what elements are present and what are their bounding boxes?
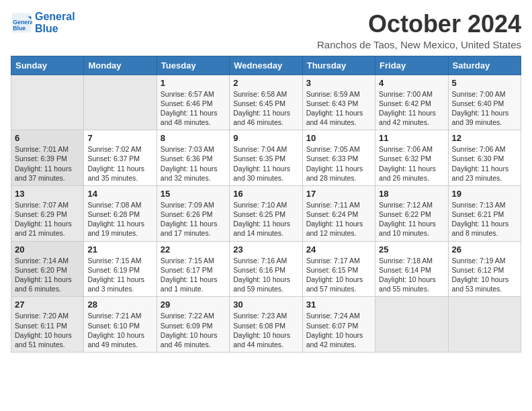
day-info: Sunrise: 7:17 AM Sunset: 6:15 PM Dayligh…: [306, 256, 371, 294]
day-info: Sunrise: 7:13 AM Sunset: 6:21 PM Dayligh…: [452, 200, 517, 238]
weekday-header-friday: Friday: [375, 56, 448, 75]
calendar-cell: 31Sunrise: 7:24 AM Sunset: 6:07 PM Dayli…: [302, 297, 375, 353]
calendar-cell: 4Sunrise: 7:00 AM Sunset: 6:42 PM Daylig…: [375, 75, 448, 130]
calendar-week-1: 1Sunrise: 6:57 AM Sunset: 6:46 PM Daylig…: [11, 75, 521, 130]
calendar-cell: 16Sunrise: 7:10 AM Sunset: 6:25 PM Dayli…: [230, 185, 302, 241]
calendar-cell: 25Sunrise: 7:18 AM Sunset: 6:14 PM Dayli…: [375, 241, 448, 297]
day-info: Sunrise: 7:11 AM Sunset: 6:24 PM Dayligh…: [306, 200, 371, 238]
day-info: Sunrise: 7:03 AM Sunset: 6:36 PM Dayligh…: [161, 144, 226, 183]
calendar-cell: 28Sunrise: 7:21 AM Sunset: 6:10 PM Dayli…: [84, 297, 157, 353]
calendar-cell: [448, 297, 521, 353]
day-info: Sunrise: 7:18 AM Sunset: 6:14 PM Dayligh…: [379, 256, 444, 294]
svg-text:Blue: Blue: [13, 26, 26, 32]
day-number: 14: [87, 189, 152, 199]
day-number: 28: [87, 300, 152, 310]
calendar-cell: 2Sunrise: 6:58 AM Sunset: 6:45 PM Daylig…: [230, 75, 302, 130]
day-number: 17: [306, 189, 371, 199]
day-info: Sunrise: 7:20 AM Sunset: 6:11 PM Dayligh…: [15, 311, 80, 349]
calendar-cell: 7Sunrise: 7:02 AM Sunset: 6:37 PM Daylig…: [84, 130, 157, 186]
calendar-cell: 9Sunrise: 7:04 AM Sunset: 6:35 PM Daylig…: [230, 130, 302, 186]
day-info: Sunrise: 7:15 AM Sunset: 6:17 PM Dayligh…: [161, 256, 226, 294]
day-info: Sunrise: 6:59 AM Sunset: 6:43 PM Dayligh…: [306, 89, 371, 128]
calendar-cell: 15Sunrise: 7:09 AM Sunset: 6:26 PM Dayli…: [157, 185, 229, 241]
calendar-cell: 17Sunrise: 7:11 AM Sunset: 6:24 PM Dayli…: [302, 185, 375, 241]
day-info: Sunrise: 7:04 AM Sunset: 6:35 PM Dayligh…: [233, 144, 298, 183]
calendar-week-4: 20Sunrise: 7:14 AM Sunset: 6:20 PM Dayli…: [11, 241, 521, 297]
day-number: 29: [161, 300, 226, 310]
calendar-cell: 10Sunrise: 7:05 AM Sunset: 6:33 PM Dayli…: [302, 130, 375, 186]
day-info: Sunrise: 7:01 AM Sunset: 6:39 PM Dayligh…: [15, 144, 80, 183]
calendar-cell: 11Sunrise: 7:06 AM Sunset: 6:32 PM Dayli…: [375, 130, 448, 186]
calendar-cell: 14Sunrise: 7:08 AM Sunset: 6:28 PM Dayli…: [84, 185, 157, 241]
calendar-cell: 12Sunrise: 7:06 AM Sunset: 6:30 PM Dayli…: [448, 130, 521, 186]
title-block: October 2024 Ranchos de Taos, New Mexico…: [317, 11, 521, 50]
day-number: 31: [306, 300, 371, 310]
calendar-cell: [11, 75, 84, 130]
weekday-header-wednesday: Wednesday: [230, 56, 302, 75]
calendar-week-5: 27Sunrise: 7:20 AM Sunset: 6:11 PM Dayli…: [11, 297, 521, 353]
day-number: 15: [161, 189, 226, 199]
day-info: Sunrise: 7:21 AM Sunset: 6:10 PM Dayligh…: [87, 311, 152, 349]
day-info: Sunrise: 6:57 AM Sunset: 6:46 PM Dayligh…: [161, 89, 226, 128]
day-number: 2: [233, 78, 298, 88]
day-number: 19: [452, 189, 517, 199]
day-number: 1: [161, 78, 226, 88]
calendar-cell: 24Sunrise: 7:17 AM Sunset: 6:15 PM Dayli…: [302, 241, 375, 297]
day-info: Sunrise: 7:06 AM Sunset: 6:32 PM Dayligh…: [379, 144, 444, 183]
calendar-cell: [375, 297, 448, 353]
day-number: 25: [379, 244, 444, 255]
calendar-cell: 30Sunrise: 7:23 AM Sunset: 6:08 PM Dayli…: [230, 297, 302, 353]
calendar-cell: 27Sunrise: 7:20 AM Sunset: 6:11 PM Dayli…: [11, 297, 84, 353]
calendar-cell: 22Sunrise: 7:15 AM Sunset: 6:17 PM Dayli…: [157, 241, 229, 297]
day-number: 27: [15, 300, 80, 310]
day-number: 5: [452, 78, 517, 88]
day-number: 3: [306, 78, 371, 88]
day-info: Sunrise: 7:02 AM Sunset: 6:37 PM Dayligh…: [87, 144, 152, 183]
day-number: 4: [379, 78, 444, 88]
day-info: Sunrise: 7:00 AM Sunset: 6:40 PM Dayligh…: [452, 89, 517, 128]
calendar-cell: 26Sunrise: 7:19 AM Sunset: 6:12 PM Dayli…: [448, 241, 521, 297]
day-number: 13: [15, 189, 80, 199]
weekday-header-saturday: Saturday: [448, 56, 521, 75]
calendar-cell: 6Sunrise: 7:01 AM Sunset: 6:39 PM Daylig…: [11, 130, 84, 186]
calendar-week-3: 13Sunrise: 7:07 AM Sunset: 6:29 PM Dayli…: [11, 185, 521, 241]
calendar-cell: 19Sunrise: 7:13 AM Sunset: 6:21 PM Dayli…: [448, 185, 521, 241]
day-number: 8: [161, 133, 226, 143]
day-info: Sunrise: 7:07 AM Sunset: 6:29 PM Dayligh…: [15, 200, 80, 238]
day-info: Sunrise: 7:22 AM Sunset: 6:09 PM Dayligh…: [161, 311, 226, 349]
day-number: 7: [87, 133, 152, 143]
logo-general: General: [35, 11, 75, 23]
calendar-cell: 18Sunrise: 7:12 AM Sunset: 6:22 PM Dayli…: [375, 185, 448, 241]
day-info: Sunrise: 7:12 AM Sunset: 6:22 PM Dayligh…: [379, 200, 444, 238]
day-number: 6: [15, 133, 80, 143]
day-info: Sunrise: 7:08 AM Sunset: 6:28 PM Dayligh…: [87, 200, 152, 238]
calendar-cell: 20Sunrise: 7:14 AM Sunset: 6:20 PM Dayli…: [11, 241, 84, 297]
calendar-cell: 21Sunrise: 7:15 AM Sunset: 6:19 PM Dayli…: [84, 241, 157, 297]
calendar-cell: 23Sunrise: 7:16 AM Sunset: 6:16 PM Dayli…: [230, 241, 302, 297]
calendar-cell: [84, 75, 157, 130]
day-info: Sunrise: 7:24 AM Sunset: 6:07 PM Dayligh…: [306, 311, 371, 349]
day-number: 22: [161, 244, 226, 255]
day-number: 23: [233, 244, 298, 255]
day-number: 21: [87, 244, 152, 255]
calendar-cell: 8Sunrise: 7:03 AM Sunset: 6:36 PM Daylig…: [157, 130, 229, 186]
calendar-cell: 29Sunrise: 7:22 AM Sunset: 6:09 PM Dayli…: [157, 297, 229, 353]
weekday-header-sunday: Sunday: [11, 56, 84, 75]
calendar-cell: 3Sunrise: 6:59 AM Sunset: 6:43 PM Daylig…: [302, 75, 375, 130]
month-title: October 2024: [317, 11, 521, 38]
day-number: 24: [306, 244, 371, 255]
location-subtitle: Ranchos de Taos, New Mexico, United Stat…: [317, 39, 521, 50]
day-info: Sunrise: 7:19 AM Sunset: 6:12 PM Dayligh…: [452, 256, 517, 294]
day-number: 12: [452, 133, 517, 143]
day-number: 30: [233, 300, 298, 310]
day-info: Sunrise: 7:05 AM Sunset: 6:33 PM Dayligh…: [306, 144, 371, 183]
day-info: Sunrise: 7:10 AM Sunset: 6:25 PM Dayligh…: [233, 200, 298, 238]
calendar-week-2: 6Sunrise: 7:01 AM Sunset: 6:39 PM Daylig…: [11, 130, 521, 186]
day-info: Sunrise: 6:58 AM Sunset: 6:45 PM Dayligh…: [233, 89, 298, 128]
weekday-header-row: SundayMondayTuesdayWednesdayThursdayFrid…: [11, 56, 521, 75]
day-number: 20: [15, 244, 80, 255]
day-number: 11: [379, 133, 444, 143]
logo-blue: Blue: [35, 23, 75, 35]
day-info: Sunrise: 7:06 AM Sunset: 6:30 PM Dayligh…: [452, 144, 517, 183]
day-number: 26: [452, 244, 517, 255]
